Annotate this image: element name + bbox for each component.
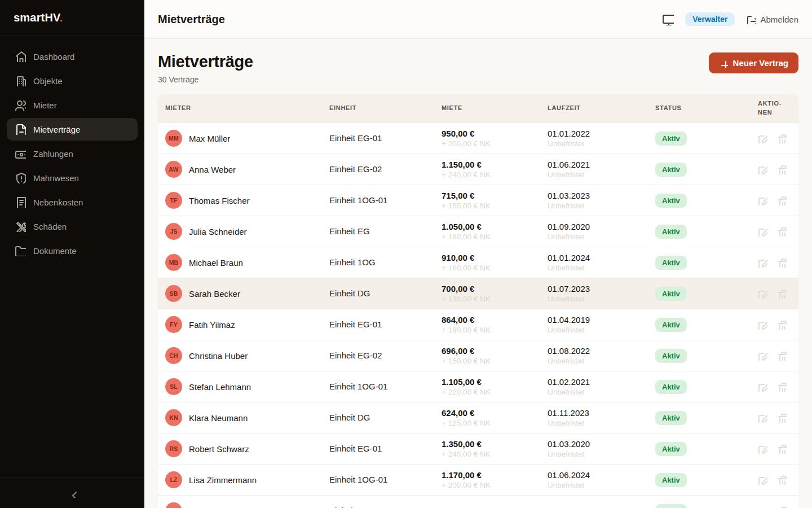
rent-extra-costs: + 190,00 € NK — [442, 326, 535, 334]
table-row[interactable]: SB Sarah Becker Einheit DG 700,00 € + 13… — [158, 278, 798, 309]
sidebar-item-mahnwesen[interactable]: Mahnwesen — [7, 167, 138, 189]
status-badge: Aktiv — [655, 256, 687, 270]
edit-contract-button[interactable] — [758, 475, 767, 485]
rent-amount: 910,00 € — [442, 253, 535, 262]
table-row[interactable]: LZ Lisa Zimmermann Einheit 1OG-01 1.170,… — [158, 464, 798, 495]
rent-extra-costs: + 125,00 € NK — [442, 419, 535, 427]
table-row[interactable]: RS Robert Schwarz Einheit EG-01 1.350,00… — [158, 433, 798, 464]
trash-icon — [777, 134, 787, 143]
edit-contract-button[interactable] — [758, 134, 767, 143]
delete-contract-button[interactable] — [777, 444, 787, 454]
contract-term: Unbefristet — [548, 326, 642, 334]
delete-contract-button[interactable] — [777, 258, 787, 268]
delete-contract-button[interactable] — [777, 351, 787, 361]
edit-contract-button[interactable] — [758, 196, 767, 205]
rent-amount: 950,00 € — [442, 129, 535, 138]
contract-term: Unbefristet — [548, 233, 642, 241]
edit-icon — [758, 413, 767, 423]
sidebar-item-dashboard[interactable]: Dashboard — [7, 45, 138, 68]
new-contract-button[interactable]: Neuer Vertrag — [709, 52, 798, 73]
topbar-title: Mietverträge — [158, 13, 225, 26]
shield-alert-icon — [15, 172, 26, 183]
edit-contract-button[interactable] — [758, 258, 767, 268]
sidebar-item-sch-den[interactable]: Schäden — [7, 215, 138, 238]
sidebar-item-mieter[interactable]: Mieter — [7, 94, 138, 116]
avatar: FY — [165, 316, 182, 333]
unit-label: Einheit EG-01 — [329, 444, 382, 453]
avatar: TF — [165, 192, 182, 209]
rent-amount: 700,00 € — [442, 284, 535, 294]
status-badge: Aktiv — [655, 132, 687, 146]
logout-button[interactable]: Abmelden — [746, 15, 798, 24]
logo-dot: . — [60, 11, 63, 24]
display-mode-button[interactable] — [662, 14, 674, 25]
sidebar-item-dokumente[interactable]: Dokumente — [7, 239, 138, 262]
edit-contract-button[interactable] — [758, 227, 767, 237]
table-row[interactable]: AW Anna Weber Einheit EG-02 1.150,00 € +… — [158, 154, 798, 185]
column-header-mieter: Mieter — [158, 99, 322, 117]
new-contract-label: Neuer Vertrag — [733, 58, 788, 68]
contract-start-date: 01.06.2024 — [548, 470, 642, 480]
edit-icon — [758, 320, 767, 330]
unit-label: Einheit 1OG-01 — [329, 475, 387, 484]
edit-icon — [758, 196, 767, 205]
sidebar-collapse-button[interactable] — [63, 484, 81, 502]
trash-icon — [777, 351, 787, 361]
edit-contract-button[interactable] — [758, 413, 767, 423]
main-area: Mietverträge Verwalter Abmelden Mietvert… — [144, 0, 812, 508]
edit-contract-button[interactable] — [758, 382, 767, 392]
status-badge: Aktiv — [655, 380, 687, 394]
edit-contract-button[interactable] — [758, 444, 767, 454]
delete-contract-button[interactable] — [777, 506, 787, 508]
sidebar-item-nebenkosten[interactable]: Nebenkosten — [7, 191, 138, 213]
table-row[interactable]: CH Christina Huber Einheit EG-02 696,00 … — [158, 340, 798, 371]
table-row[interactable]: MB Michael Braun Einheit 1OG 910,00 € + … — [158, 247, 798, 278]
sidebar-item-zahlungen[interactable]: Zahlungen — [7, 142, 138, 165]
edit-icon — [758, 227, 767, 237]
table-row[interactable]: KN Klara Neumann Einheit DG 624,00 € + 1… — [158, 402, 798, 433]
edit-contract-button[interactable] — [758, 506, 767, 508]
delete-contract-button[interactable] — [777, 413, 787, 423]
unit-label: Einheit EG-02 — [329, 351, 382, 360]
delete-contract-button[interactable] — [777, 289, 787, 299]
status-badge: Aktiv — [655, 442, 687, 456]
table-row[interactable]: MM Max Müller Einheit EG-01 950,00 € + 2… — [158, 122, 798, 154]
delete-contract-button[interactable] — [777, 382, 787, 392]
avatar: SL — [165, 378, 182, 395]
rent-extra-costs: + 200,00 € NK — [442, 481, 535, 489]
rent-extra-costs: + 220,00 € NK — [442, 388, 535, 396]
contract-start-date: 01.08.2022 — [548, 346, 642, 356]
status-badge: Aktiv — [655, 318, 687, 332]
edit-contract-button[interactable] — [758, 165, 767, 174]
delete-contract-button[interactable] — [777, 165, 787, 174]
contract-term: Unbefristet — [548, 202, 642, 210]
sidebar-item-mietvertr-ge[interactable]: Mietverträge — [7, 118, 138, 141]
edit-contract-button[interactable] — [758, 351, 767, 361]
table-row[interactable]: SL Stefan Lehmann Einheit 1OG-01 1.105,0… — [158, 371, 798, 402]
avatar: RS — [165, 440, 182, 457]
edit-contract-button[interactable] — [758, 320, 767, 330]
sidebar-item-objekte[interactable]: Objekte — [7, 69, 138, 92]
table-row[interactable]: TF Thomas Fischer Einheit 1OG-01 715,00 … — [158, 185, 798, 216]
edit-icon — [758, 506, 767, 508]
page-title: Mietverträge — [158, 52, 253, 71]
unit-label: Einheit DG — [329, 288, 370, 298]
contract-start-date: 01.09.2020 — [548, 222, 642, 231]
unit-label: Einheit EG-01 — [329, 506, 382, 508]
rent-amount: 1.150,00 € — [442, 160, 535, 169]
table-row[interactable]: FY Fatih Yilmaz Einheit EG-01 864,00 € +… — [158, 309, 798, 340]
table-row[interactable]: JS Julia Schneider Einheit EG 1.050,00 €… — [158, 216, 798, 247]
delete-contract-button[interactable] — [777, 227, 787, 237]
delete-contract-button[interactable] — [777, 134, 787, 143]
delete-contract-button[interactable] — [777, 320, 787, 330]
delete-contract-button[interactable] — [777, 196, 787, 205]
table-row[interactable]: MR Monika Richter Einheit EG-01 1.800,00… — [158, 495, 798, 508]
banknote-icon — [15, 148, 26, 159]
contract-start-date: 01.01.2022 — [548, 129, 642, 138]
edit-contract-button[interactable] — [758, 289, 767, 299]
avatar: MM — [165, 130, 182, 147]
delete-contract-button[interactable] — [777, 475, 787, 485]
sidebar-nav: DashboardObjekteMieterMietverträgeZahlun… — [0, 36, 144, 478]
trash-icon — [777, 196, 787, 205]
unit-label: Einheit 1OG-01 — [329, 195, 387, 205]
